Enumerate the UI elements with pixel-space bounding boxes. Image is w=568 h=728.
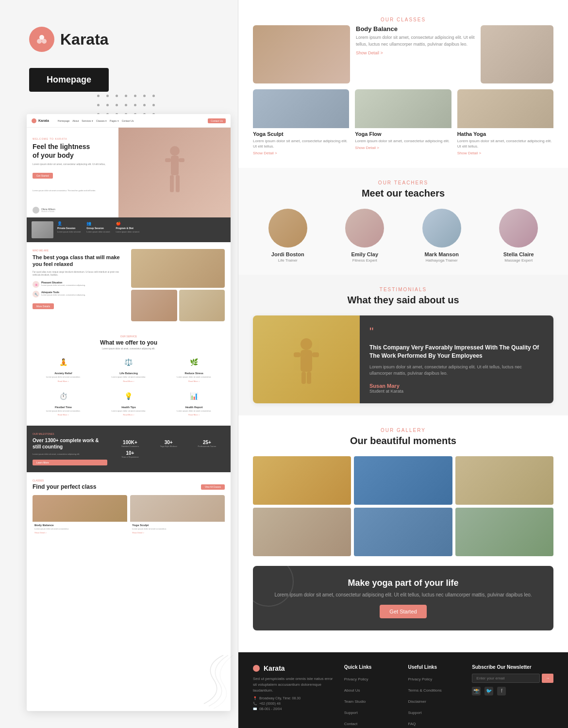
- class-image: [130, 495, 225, 522]
- cta-banner: Make yoga part of your life Lorem ipsum …: [253, 566, 553, 630]
- who-text: WHO WE ARE The best yoga class that will…: [33, 249, 126, 321]
- moments-section: OUR GALLERY Our beautiful moments Make y…: [238, 415, 568, 652]
- cta-get-started-btn[interactable]: Get Started: [380, 605, 426, 618]
- right-panel: OUR CLASSES Body Balance Lorem ipsum dol…: [238, 0, 568, 728]
- svg-rect-8: [176, 175, 180, 192]
- moment-image: [253, 456, 351, 505]
- avatar: [33, 207, 39, 214]
- footer-logo: Karata: [253, 664, 334, 672]
- svg-rect-13: [301, 372, 306, 384]
- left-panel: Karata Homepage Karata Homepage About Se…: [0, 0, 243, 728]
- offer-icon: 💡: [123, 392, 134, 404]
- svg-rect-11: [294, 352, 301, 357]
- service-items: 👤 Private Session Lorem ipsum dolor sit …: [57, 221, 139, 233]
- who-images: [131, 249, 225, 321]
- offer-icon: 📊: [188, 392, 200, 404]
- newsletter-email-input[interactable]: [472, 674, 540, 683]
- more-details-btn[interactable]: More Details: [33, 303, 54, 309]
- mockup-nav: Karata Homepage About Services ▾ Classes…: [27, 114, 231, 128]
- offer-card: 🧘 Anxiety Relief Lorem ipsum dolor sit a…: [33, 355, 94, 385]
- list-item: Privacy Policy: [408, 674, 463, 682]
- twitter-icon[interactable]: 🐦: [484, 687, 493, 695]
- footer-quick-links: Quick Links Privacy Policy About Us Team…: [344, 664, 399, 728]
- homepage-button[interactable]: Homepage: [29, 68, 109, 92]
- body-balance-image: [253, 25, 350, 83]
- brand-logo-icon: [29, 27, 54, 52]
- body-balance-info: Body Balance Lorem ipsum dolor sit amet,…: [356, 25, 475, 83]
- quick-links-list: Privacy Policy About Us Team Studio Supp…: [344, 674, 399, 727]
- service-thumbnail: [32, 221, 53, 238]
- list-item: Team Studio: [344, 696, 399, 705]
- teacher-card: Mark Manson Hathayoga Trainer: [407, 209, 477, 263]
- programs-section: OUR CLASSES Body Balance Lorem ipsum dol…: [238, 0, 568, 158]
- footer-about: Karata Sed ut perspiciatis unde omnis is…: [253, 664, 334, 728]
- nav-logo: Karata: [32, 118, 49, 123]
- footer-logo-icon: [253, 665, 260, 672]
- teachers-grid: Jordi Boston Life Trainer Emily Clay Fit…: [253, 209, 553, 263]
- brand-area: Karata: [29, 27, 109, 52]
- body-balance-side-image: [481, 25, 553, 83]
- svg-point-1: [37, 39, 42, 44]
- location-icon: 📍: [253, 696, 257, 700]
- stat-item: 100K+ Satisfied Customers: [112, 440, 148, 447]
- classes-grid: Body Balance Lorem ipsum dolor sit amet …: [33, 495, 225, 535]
- who-img: [131, 290, 177, 321]
- view-all-classes-btn[interactable]: View All Classes: [201, 484, 225, 490]
- list-item: Privacy Policy: [344, 674, 399, 682]
- offer-icon: ⚖️: [123, 358, 134, 370]
- stat-item: 30+ Yoga Style Workout: [151, 440, 186, 447]
- subscribe-button[interactable]: →: [542, 674, 553, 683]
- social-links: 📸 🐦 f: [472, 687, 553, 695]
- list-item: Disclaimer: [408, 696, 463, 705]
- who-img: [131, 249, 225, 288]
- footer: Karata Sed ut perspiciatis unde omnis is…: [238, 652, 568, 728]
- moments-grid: [253, 456, 553, 556]
- moment-image: [455, 508, 553, 556]
- yoga-card-image: [355, 89, 451, 128]
- offer-card: 💡 Health Tips Lorem ipsum dolor sit amet…: [98, 389, 160, 419]
- yoga-card-image: [457, 89, 553, 128]
- class-card: Yoga Sculpt Lorem ipsum dolor sit amet c…: [130, 495, 225, 535]
- body-balance-link[interactable]: Show Detail >: [356, 50, 475, 55]
- offer-section: OUR SERVICE What we offer to you Lorem i…: [27, 328, 231, 426]
- classes-section: CLASSES Find your perfect class View All…: [27, 472, 231, 542]
- facebook-icon[interactable]: f: [497, 687, 506, 695]
- feature-icon: 🌸: [33, 281, 39, 288]
- teacher-avatar: [499, 209, 538, 248]
- footer-top: Karata Sed ut perspiciatis unde omnis is…: [253, 664, 553, 728]
- stats-learn-more-btn[interactable]: Learn More: [33, 460, 107, 465]
- list-item: Terms & Conditions: [408, 685, 463, 694]
- yoga-sculpt-link[interactable]: Show Detail >: [253, 151, 349, 155]
- brand-name: Karata: [60, 31, 109, 49]
- hatha-yoga-link[interactable]: Show Detail >: [457, 151, 553, 155]
- offer-icon: 🧘: [57, 358, 69, 370]
- service-item: 🍎 Program & Diet Lorem ipsum dolor sit a…: [116, 221, 139, 233]
- svg-rect-4: [171, 156, 179, 175]
- hero-heading: Feel the lightness of your body: [33, 142, 133, 160]
- website-mockup: Karata Homepage About Services ▾ Classes…: [27, 114, 231, 711]
- nav-contact-btn[interactable]: Contact Us: [208, 118, 226, 123]
- instagram-icon[interactable]: 📸: [472, 687, 481, 695]
- stats-section: OUR MILESTONES Over 1300+ complete work …: [27, 426, 231, 472]
- yoga-classes-row: Yoga Sculpt Lorem ipsum dolor sit amet, …: [253, 89, 553, 158]
- offer-card: ⚖️ Life Balancing Lorem ipsum dolor sit …: [98, 355, 160, 385]
- svg-point-9: [301, 338, 312, 350]
- email-icon: ✉️: [253, 707, 257, 711]
- teacher-avatar: [268, 209, 307, 248]
- teacher-card: Jordi Boston Life Trainer: [253, 209, 323, 263]
- hero-cta-btn[interactable]: Get Started: [33, 173, 53, 179]
- decorative-curves: [194, 650, 233, 709]
- feature-item: 🔧 Adequate Tools Lorem ipsum dolor sit a…: [33, 291, 126, 298]
- feature-item: 🌸 Pleasant Situation Lorem ipsum dolor s…: [33, 281, 126, 288]
- testimonial-card: " This Company Very Favorably Impressed …: [253, 315, 553, 403]
- teachers-section: OUR TEACHERS Meet our teachers Jordi Bos…: [238, 168, 568, 275]
- useful-links-list: Privacy Policy Terms & Conditions Discla…: [408, 674, 463, 727]
- svg-point-2: [42, 39, 47, 44]
- quote-icon: ": [369, 325, 544, 339]
- svg-rect-12: [312, 352, 319, 357]
- list-item: FAQ: [408, 718, 463, 727]
- yoga-card: Yoga Sculpt Lorem ipsum dolor sit amet, …: [253, 89, 349, 158]
- who-we-are-section: WHO WE ARE The best yoga class that will…: [27, 242, 231, 328]
- teacher-avatar: [345, 209, 384, 248]
- list-item: Support: [344, 707, 399, 716]
